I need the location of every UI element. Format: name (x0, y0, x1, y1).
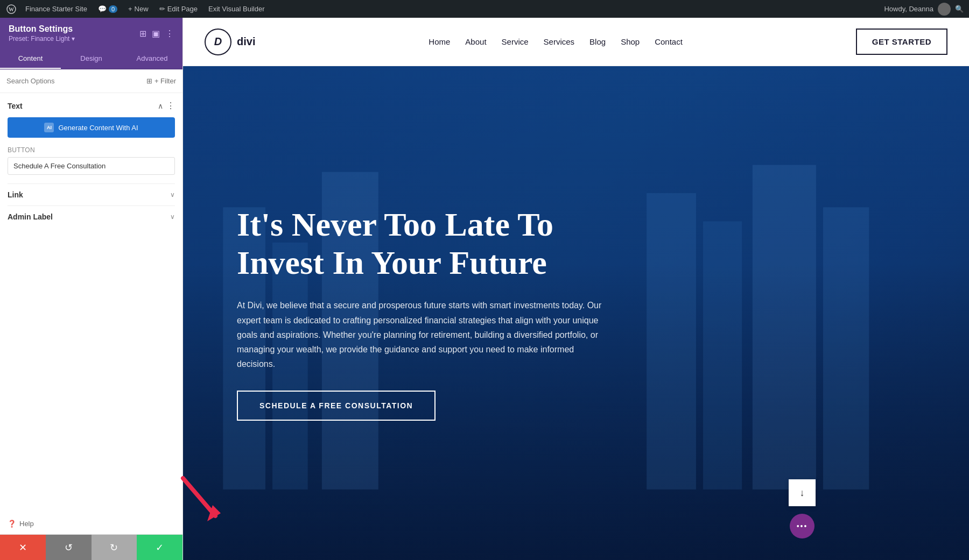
nav-blog[interactable]: Blog (589, 37, 606, 46)
exit-builder-link[interactable]: Exit Visual Builder (206, 0, 268, 18)
sidebar-search-bar: ⊞ + Filter (0, 69, 182, 93)
redo-button[interactable]: ↻ (92, 535, 137, 560)
site-logo: D divi (205, 29, 255, 55)
link-section-header[interactable]: Link ∨ (8, 190, 175, 199)
button-field-group: Button (8, 146, 175, 175)
svg-text:W: W (9, 6, 14, 12)
svg-rect-9 (753, 165, 816, 490)
sidebar-toolbar: ✕ ↺ ↻ ✓ (0, 534, 182, 560)
site-nav: Home About Service Services Blog Shop Co… (429, 37, 683, 46)
dots-menu-button[interactable]: ••• (790, 514, 814, 538)
admin-bar-right: Howdy, Deanna 🔍 (884, 3, 964, 16)
button-field-label: Button (8, 146, 175, 154)
section-controls: ∧ ⋮ (158, 101, 175, 111)
admin-label-section: Admin Label ∨ (8, 205, 175, 228)
scroll-down-button[interactable]: ↓ (789, 479, 816, 506)
text-section-header: Text ∧ ⋮ (8, 101, 175, 111)
sidebar-header: Button Settings Preset: Finance Light ▾ … (0, 18, 182, 49)
comments-link[interactable]: 💬 0 (95, 0, 120, 18)
dots-menu-icon: ••• (797, 522, 808, 530)
search-input[interactable] (6, 75, 142, 87)
chevron-down-icon-2: ∨ (170, 213, 175, 221)
pencil-icon: ✏ (159, 5, 165, 13)
wordpress-logo-icon[interactable]: W (5, 3, 17, 15)
sidebar-header-icons: ⊞ ▣ ⋮ (139, 29, 174, 39)
button-text-input[interactable] (8, 157, 175, 175)
hero-content: It's Never Too Late To Invest In Your Fu… (183, 173, 668, 453)
hero-title: It's Never Too Late To Invest In Your Fu… (237, 205, 614, 282)
link-section: Link ∨ (8, 183, 175, 205)
comment-icon: 💬 (98, 5, 107, 13)
sidebar-tabs: Content Design Advanced (0, 49, 182, 69)
responsive-icon[interactable]: ⊞ (139, 29, 146, 39)
sidebar-preset[interactable]: Preset: Finance Light ▾ (9, 35, 75, 42)
edit-page-link[interactable]: ✏ Edit Page (157, 0, 200, 18)
site-name-link[interactable]: Finance Starter Site (23, 0, 90, 18)
nav-home[interactable]: Home (429, 37, 450, 46)
cancel-button[interactable]: ✕ (0, 535, 46, 560)
save-button[interactable]: ✓ (137, 535, 182, 560)
generate-ai-button[interactable]: AI Generate Content With AI (8, 117, 175, 138)
tab-content[interactable]: Content (0, 49, 61, 69)
filter-button[interactable]: ⊞ + Filter (146, 77, 176, 85)
sidebar-panel: Button Settings Preset: Finance Light ▾ … (0, 18, 183, 560)
tab-design[interactable]: Design (61, 49, 122, 69)
section-menu-icon[interactable]: ⋮ (166, 101, 175, 111)
hero-cta-button[interactable]: SCHEDULE A FREE CONSULTATION (237, 391, 436, 421)
avatar (938, 3, 951, 16)
new-link[interactable]: + New (125, 0, 151, 18)
page-content: D divi Home About Service Services Blog … (183, 18, 969, 560)
plus-icon: + (128, 5, 132, 13)
search-icon[interactable]: 🔍 (955, 5, 964, 13)
nav-contact[interactable]: Contact (655, 37, 683, 46)
tab-advanced[interactable]: Advanced (122, 49, 182, 69)
admin-bar: W Finance Starter Site 💬 0 + New ✏ Edit … (0, 0, 969, 18)
svg-rect-8 (703, 222, 742, 490)
get-started-button[interactable]: GET STARTED (856, 29, 947, 55)
section-collapse-icon[interactable]: ∧ (158, 102, 163, 110)
filter-icon: ⊞ (146, 77, 152, 85)
chevron-down-icon: ∨ (170, 191, 175, 199)
nav-about[interactable]: About (465, 37, 486, 46)
admin-label-section-header[interactable]: Admin Label ∨ (8, 212, 175, 221)
svg-rect-10 (823, 207, 869, 490)
layout-icon[interactable]: ▣ (152, 29, 160, 39)
help-icon: ❓ (8, 520, 16, 528)
nav-service[interactable]: Service (502, 37, 529, 46)
help-section[interactable]: ❓ Help (0, 513, 182, 534)
site-header: D divi Home About Service Services Blog … (183, 18, 969, 66)
text-section-title: Text (8, 102, 23, 110)
hero-section: It's Never Too Late To Invest In Your Fu… (183, 66, 969, 560)
more-options-icon[interactable]: ⋮ (165, 29, 174, 39)
nav-services[interactable]: Services (544, 37, 575, 46)
logo-circle: D (205, 29, 231, 55)
down-arrow-icon: ↓ (800, 487, 805, 499)
sidebar-title: Button Settings (9, 24, 75, 34)
sidebar-content: Text ∧ ⋮ AI Generate Content With AI But… (0, 93, 182, 513)
nav-shop[interactable]: Shop (621, 37, 640, 46)
hero-description: At Divi, we believe that a secure and pr… (237, 298, 614, 371)
undo-button[interactable]: ↺ (46, 535, 92, 560)
ai-icon: AI (44, 123, 54, 132)
